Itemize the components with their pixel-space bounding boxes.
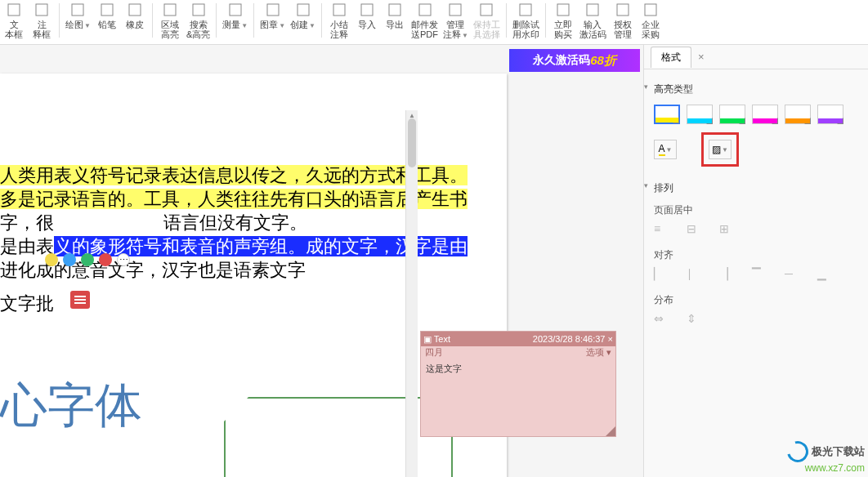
toolbar-邮件发送[interactable]: 邮件发 送PDF — [409, 2, 441, 39]
toolbar-icon — [69, 2, 86, 18]
center-v-icon[interactable]: ⊟ — [687, 222, 701, 237]
color-picker-popup[interactable]: ⋯ — [45, 253, 130, 266]
toolbar-label: 授权 管理 — [614, 20, 632, 39]
comment-icon[interactable] — [70, 291, 90, 309]
align-center-icon[interactable]: ∣ — [687, 267, 701, 282]
resize-handle[interactable] — [606, 426, 615, 436]
highlight-swatch-purple[interactable] — [817, 105, 843, 124]
highlight-swatch-yellow[interactable] — [654, 105, 680, 124]
toolbar-删除试用[interactable]: 删除试 用水印 — [510, 2, 542, 39]
color-dot[interactable] — [81, 253, 94, 266]
toolbar-label: 邮件发 送PDF — [411, 20, 438, 39]
toolbar-label: 绘图▼ — [65, 20, 91, 30]
section-highlight-type[interactable]: 高亮类型 — [654, 82, 858, 96]
toolbar-label: 注 释框 — [33, 20, 51, 39]
toolbar-label: 图章▼ — [260, 20, 285, 30]
center-both-icon[interactable]: ⊞ — [719, 222, 734, 237]
svg-rect-7 — [230, 4, 241, 16]
toolbar-导入[interactable]: 导入 — [353, 2, 381, 29]
color-dot[interactable]: ⋯ — [117, 253, 130, 266]
svg-rect-15 — [481, 4, 492, 16]
toolbar-绘图[interactable]: 绘图▼ — [63, 2, 93, 30]
color-dot[interactable] — [99, 253, 112, 266]
close-icon[interactable]: × — [608, 334, 613, 344]
toolbar-小结注释[interactable]: 小结 注释 — [325, 2, 353, 39]
main-area: ⊞ ▭ 人类用表义符号记录表达信息以传之，久远的方式和工具。 多是记录语言的。工… — [0, 45, 868, 477]
highlighted-text[interactable]: 人类用表义符号记录表达信息以传之，久远的方式和工具。 — [0, 165, 468, 185]
distribute-h-icon[interactable]: ⇔ — [654, 312, 669, 327]
toolbar-注释框[interactable]: 注 释框 — [28, 2, 56, 39]
section-arrange[interactable]: 排列 — [654, 181, 858, 195]
format-sidebar: 格式 × 高亮类型 A▼ ▨▼ 排列 页面居中 ≡ ⊟ ⊞ 对齐 ▏ ∣ ▕ ▔ — [643, 45, 868, 477]
distribute-v-icon[interactable]: ⇕ — [687, 312, 701, 327]
toolbar-搜索&高[interactable]: 搜索 &高亮 — [184, 2, 213, 39]
toolbar-管理注释[interactable]: 管理 注释▼ — [441, 2, 471, 40]
svg-rect-6 — [193, 4, 204, 16]
brand-name: 极光下载站 — [812, 444, 865, 459]
toolbar-icon — [162, 2, 178, 18]
highlighted-text[interactable]: 多是记录语言的。工具，人类往往先有口头的语言后产生书 — [0, 189, 468, 209]
vertical-scrollbar[interactable]: ▲ — [405, 110, 418, 477]
svg-rect-5 — [164, 4, 176, 16]
center-h-icon[interactable]: ≡ — [654, 222, 669, 237]
align-right-icon[interactable]: ▕ — [719, 267, 734, 282]
scrollbar-thumb[interactable] — [408, 118, 416, 167]
color-dot[interactable] — [45, 253, 58, 266]
toolbar-label: 铅笔 — [98, 20, 116, 29]
align-bottom-icon[interactable]: ▁ — [817, 267, 832, 282]
toolbar-文本框[interactable]: 文 本框 — [0, 2, 28, 39]
font-color-button[interactable]: A▼ — [654, 140, 677, 159]
polygon-shape[interactable] — [224, 397, 453, 477]
sticky-timestamp: 2023/3/28 8:46:37 — [533, 334, 606, 344]
toolbar-保持工具[interactable]: 保持工 具选择 — [471, 2, 503, 39]
toolbar-立即购买[interactable]: 立即 购买 — [549, 2, 577, 39]
svg-rect-1 — [36, 4, 47, 16]
toolbar-icon — [295, 2, 311, 18]
toolbar-label: 橡皮 — [126, 20, 144, 29]
fill-color-button[interactable]: ▨▼ — [701, 132, 739, 167]
toolbar-icon — [642, 2, 659, 18]
toolbar-icon — [331, 2, 347, 18]
sidebar-tab-format[interactable]: 格式 — [651, 47, 691, 68]
align-middle-icon[interactable]: ─ — [785, 267, 799, 282]
sticky-body[interactable]: 这是文字 — [421, 359, 615, 378]
toolbar-测量[interactable]: 测量▼ — [220, 2, 250, 30]
toolbar-企业采购[interactable]: 企业 采购 — [637, 2, 664, 39]
promo-text: 永久激活码 — [533, 53, 590, 68]
promo-price: 68折 — [590, 53, 616, 69]
svg-rect-9 — [298, 4, 309, 16]
toolbar-输入激活[interactable]: 输入 激活码 — [577, 2, 609, 39]
svg-rect-4 — [129, 4, 141, 16]
toolbar-icon — [34, 2, 50, 18]
svg-rect-12 — [389, 4, 400, 16]
highlight-swatch-magenta[interactable] — [752, 105, 778, 124]
toolbar-创建[interactable]: 创建▼ — [288, 2, 318, 30]
sticky-options-button[interactable]: 选项 ▾ — [586, 346, 611, 359]
align-left-icon[interactable]: ▏ — [654, 267, 669, 282]
body-text: 字，很 — [0, 212, 54, 233]
highlight-swatch-cyan[interactable] — [687, 105, 713, 124]
promo-banner[interactable]: 永久激活码68折 — [509, 49, 640, 72]
toolbar-label: 立即 购买 — [554, 20, 572, 39]
toolbar-导出[interactable]: 导出 — [381, 2, 409, 29]
toolbar-授权管理[interactable]: 授权 管理 — [609, 2, 637, 39]
note-icon: ▣ — [423, 334, 432, 344]
toolbar-icon — [447, 2, 463, 18]
sticky-note[interactable]: ▣ Text 2023/3/28 8:46:37 × 四月 选项 ▾ 这是文字 — [420, 331, 616, 437]
toolbar-区域高亮[interactable]: 区域 高亮 — [156, 2, 184, 39]
close-icon[interactable]: × — [698, 51, 705, 63]
highlight-swatch-green[interactable] — [719, 105, 745, 124]
toolbar-label: 小结 注释 — [330, 20, 348, 39]
distribute-label: 分布 — [654, 293, 858, 307]
highlight-swatch-orange[interactable] — [785, 105, 811, 124]
toolbar-铅笔[interactable]: 铅笔 — [93, 2, 121, 29]
toolbar-label: 区域 高亮 — [161, 20, 179, 39]
toolbar-icon — [555, 2, 571, 18]
toolbar-icon — [517, 2, 534, 18]
align-top-icon[interactable]: ▔ — [752, 267, 767, 282]
toolbar-label: 删除试 用水印 — [512, 20, 539, 39]
svg-rect-11 — [361, 4, 373, 16]
toolbar-橡皮[interactable]: 橡皮 — [121, 2, 149, 29]
color-dot[interactable] — [63, 253, 76, 266]
toolbar-图章[interactable]: 图章▼ — [257, 2, 288, 30]
